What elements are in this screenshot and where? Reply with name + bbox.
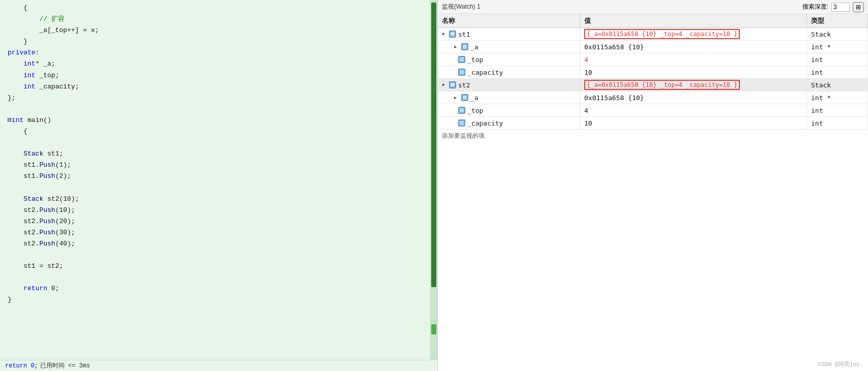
name-label-st1: st1 xyxy=(458,30,470,38)
header-name: 名称 xyxy=(438,14,580,27)
value-highlighted-st2: {_a=0x0115a658 {10} _top=4 _capacity=10 … xyxy=(584,80,740,90)
code-line xyxy=(8,137,432,148)
var-icon-st2 xyxy=(449,81,456,88)
name-label-st2: st2 xyxy=(458,81,470,89)
var-icon-st2-top xyxy=(458,107,465,114)
code-line: int _capacity; xyxy=(8,81,432,92)
var-icon-st1 xyxy=(449,30,456,38)
name-label-st1-cap: _capacity xyxy=(467,69,503,76)
code-line: } xyxy=(8,36,432,47)
watch-toolbar: 监视(Watch) 1 搜索深度: ⊞ xyxy=(438,0,868,14)
var-icon-st2-cap xyxy=(458,119,465,127)
code-line: st1 = st2; xyxy=(8,261,432,272)
watch-name-st2-top: _top xyxy=(438,104,580,116)
return-statement: return 0; xyxy=(5,362,38,369)
watch-row-st2-a: ▶ _a 0x0115a658 {10} int * xyxy=(438,91,868,104)
watch-label: 监视(Watch) 1 xyxy=(442,3,481,11)
csdn-credit: CSDN @阿亮joy. xyxy=(818,360,863,368)
watch-name-st1-cap: _capacity xyxy=(438,66,580,78)
code-line: ⊟int main() xyxy=(8,115,432,126)
name-label-st2-a: _a xyxy=(470,94,478,102)
var-icon-st2-a xyxy=(461,94,468,101)
watch-type-st2-top: int xyxy=(807,104,868,116)
watch-row-st2-cap: _capacity 10 int xyxy=(438,117,868,130)
code-line: st2.Push(10); xyxy=(8,205,432,216)
watch-type-st2-a: int * xyxy=(807,91,868,104)
watch-name-st2-a: ▶ _a xyxy=(438,91,580,104)
watch-type-st1-cap: int xyxy=(807,66,868,78)
header-type: 类型 xyxy=(807,14,868,27)
value-highlighted-st1: {_a=0x0115a658 {10} _top=4 _capacity=10 … xyxy=(584,29,740,39)
scrollbar-thumb[interactable] xyxy=(431,3,436,287)
name-label-st2-cap: _capacity xyxy=(467,119,503,127)
code-line: // 扩容 xyxy=(8,14,432,25)
watch-value-st1-a: 0x0115a658 {10} xyxy=(580,41,807,53)
expand-arrow-st2[interactable]: ▼ xyxy=(442,82,447,87)
svg-rect-0 xyxy=(451,32,455,36)
expand-arrow-st1-a[interactable]: ▶ xyxy=(454,44,459,49)
name-label-st1-a: _a xyxy=(470,43,478,51)
svg-rect-1 xyxy=(451,33,454,34)
code-line xyxy=(8,104,432,115)
code-line xyxy=(8,250,432,261)
svg-rect-6 xyxy=(460,70,464,74)
watch-row-st2: ▼ st2 {_a=0x0115a658 {10} _top=4 _capaci… xyxy=(438,79,868,91)
svg-rect-9 xyxy=(451,85,454,85)
watch-row-st1: ▼ st1 {_a=0x0115a658 {10} _top=4 _capaci… xyxy=(438,28,868,41)
expand-arrow-st1[interactable]: ▼ xyxy=(442,32,447,37)
watch-type-st1: Stack xyxy=(807,28,868,40)
watch-type-st1-top: int xyxy=(807,53,868,66)
watch-name-st1-top: _top xyxy=(438,53,580,66)
code-line xyxy=(8,272,432,283)
svg-rect-7 xyxy=(451,83,455,87)
svg-rect-2 xyxy=(451,34,454,35)
code-content: { // 扩容 _a[_top++] = x; } private: int* … xyxy=(0,0,437,360)
code-line xyxy=(8,182,432,194)
watch-value-st2: {_a=0x0115a658 {10} _top=4 _capacity=10 … xyxy=(580,79,807,91)
svg-rect-10 xyxy=(463,96,467,100)
watch-row-st1-cap: _capacity 10 int xyxy=(438,66,868,79)
watch-name-st1-a: ▶ _a xyxy=(438,41,580,53)
expand-button[interactable]: ⊞ xyxy=(853,2,864,12)
code-panel: { // 扩容 _a[_top++] = x; } private: int* … xyxy=(0,0,437,371)
code-line: st2.Push(20); xyxy=(8,216,432,227)
watch-row-st1-a: ▶ _a 0x0115a658 {10} int * xyxy=(438,41,868,53)
expand-arrow-st2-a[interactable]: ▶ xyxy=(454,95,459,100)
add-watch-row[interactable]: 添加要监视的项 xyxy=(438,130,868,142)
watch-name-st1: ▼ st1 xyxy=(438,28,580,40)
watch-panel: 监视(Watch) 1 搜索深度: ⊞ 名称 值 类型 ▼ st1 {_a=0x… xyxy=(437,0,868,371)
code-line: { xyxy=(8,3,432,14)
header-value: 值 xyxy=(580,14,807,27)
svg-rect-13 xyxy=(460,121,464,125)
watch-name-st2-cap: _capacity xyxy=(438,117,580,129)
var-icon-st1-top xyxy=(458,56,465,63)
code-status-bar: return 0; 已用时间 <= 3ms xyxy=(0,360,437,371)
watch-name-st2: ▼ st2 xyxy=(438,79,580,91)
scrollbar-thumb-bottom[interactable] xyxy=(431,324,436,334)
watch-value-st1-top: 4 xyxy=(580,53,807,66)
code-line: int _top; xyxy=(8,70,432,81)
var-icon-st1-a xyxy=(461,43,468,50)
watch-row-st2-top: _top 4 int xyxy=(438,104,868,117)
code-line: st1.Push(2); xyxy=(8,171,432,182)
code-line: }; xyxy=(8,92,432,104)
code-line: st1.Push(1); xyxy=(8,160,432,171)
status-text: 已用时间 <= 3ms xyxy=(40,361,90,370)
svg-rect-12 xyxy=(460,108,464,112)
watch-type-st2-cap: int xyxy=(807,117,868,129)
var-icon-st1-cap xyxy=(458,69,465,76)
code-line: return 0; xyxy=(8,283,432,294)
watch-row-st1-top: _top 4 int xyxy=(438,53,868,66)
watch-table-header: 名称 值 类型 xyxy=(438,14,868,28)
code-line: Stack st1; xyxy=(8,148,432,160)
code-line: st2.Push(30); xyxy=(8,227,432,238)
name-label-st2-top: _top xyxy=(467,107,483,114)
name-label-st1-top: _top xyxy=(467,56,483,64)
search-depth-input[interactable] xyxy=(831,3,850,12)
scrollbar-track[interactable] xyxy=(430,0,437,360)
code-line: Stack st2(10); xyxy=(8,194,432,205)
code-line: private: xyxy=(8,47,432,58)
watch-value-st2-cap: 10 xyxy=(580,117,807,129)
code-line: } xyxy=(8,294,432,305)
watch-value-st1: {_a=0x0115a658 {10} _top=4 _capacity=10 … xyxy=(580,28,807,40)
